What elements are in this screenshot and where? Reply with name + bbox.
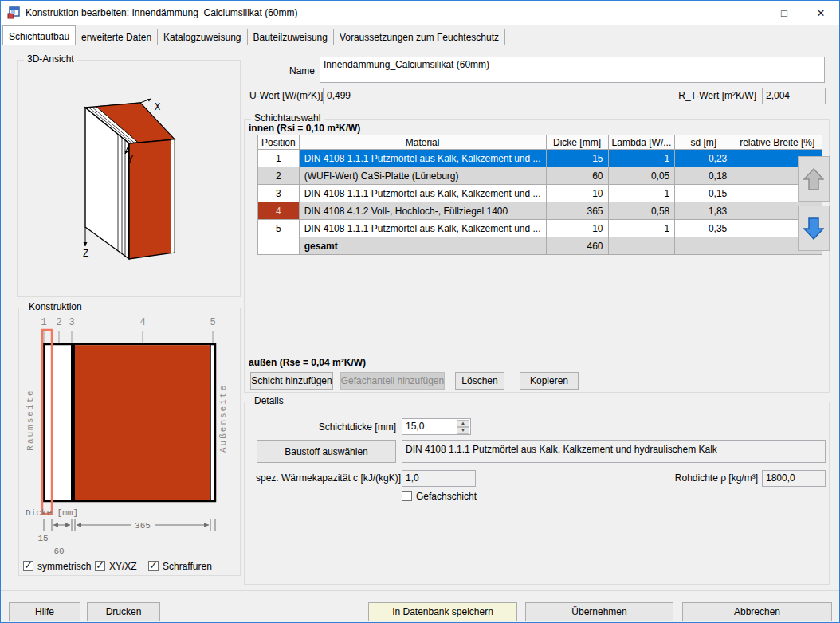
table-cell: 460 — [546, 237, 608, 255]
innen-rsi-label: innen (Rsi = 0,10 m²K/W) — [249, 123, 360, 134]
table-total-row: gesamt460 — [258, 237, 822, 255]
tab-schichtaufbau[interactable]: Schichtaufbau — [2, 25, 76, 45]
table-row[interactable]: 5DIN 4108 1.1.1 Putzmörtel aus Kalk, Kal… — [258, 220, 822, 237]
spinner-down-icon[interactable]: ▼ — [457, 427, 469, 434]
table-cell[interactable]: 1 — [608, 185, 675, 202]
gefachschicht-checkbox[interactable]: Gefachschicht — [402, 491, 477, 502]
material-display: DIN 4108 1.1.1 Putzmörtel aus Kalk, Kalk… — [402, 440, 826, 463]
close-button[interactable]: ✕ — [803, 1, 839, 25]
gefachschicht-label: Gefachschicht — [416, 491, 477, 502]
move-layer-down-button[interactable] — [798, 206, 830, 251]
spinner-up-icon[interactable]: ▲ — [457, 420, 469, 427]
name-label: Name — [264, 65, 315, 76]
column-header[interactable]: Dicke [mm] — [546, 135, 608, 150]
tab-katalogzuweisung[interactable]: Katalogzuweisung — [157, 29, 247, 45]
column-header[interactable]: Lambda [W/... — [608, 135, 675, 150]
table-cell[interactable]: 365 — [546, 202, 608, 220]
schichtdicke-input[interactable]: 15,0 ▲ ▼ — [402, 418, 471, 435]
apply-button[interactable]: Übernehmen — [525, 602, 673, 621]
table-row[interactable]: 1DIN 4108 1.1.1 Putzmörtel aus Kalk, Kal… — [258, 150, 822, 167]
schraffuren-checkbox-icon[interactable] — [148, 561, 159, 571]
layer-number-4: 4 — [139, 317, 145, 328]
table-cell[interactable]: 0,23 — [675, 150, 732, 167]
table-cell[interactable]: 0,18 — [675, 167, 732, 185]
checkbox-schraffuren[interactable]: Schraffuren — [148, 561, 212, 572]
aussen-rse-label: außen (Rse = 0,04 m²K/W) — [249, 357, 366, 368]
table-cell[interactable]: 10 — [546, 185, 608, 202]
checkbox-symmetrisch[interactable]: symmetrisch — [23, 561, 91, 572]
dialog-window: Konstruktion bearbeiten: Innendämmung_Ca… — [0, 0, 840, 623]
dim-365: 365 — [135, 521, 151, 531]
table-row[interactable]: 2(WUFI-Wert) CaSi-Platte (Lüneburg)600,0… — [258, 167, 822, 185]
name-input[interactable]: Innendämmung_Calciumsilikat (60mm) — [320, 57, 825, 83]
wall-3d-side-face — [129, 139, 175, 259]
position-cell[interactable]: 5 — [258, 220, 300, 237]
xyxz-checkbox-icon[interactable] — [95, 561, 105, 571]
u-wert-input[interactable]: 0,499 — [323, 88, 402, 104]
group-konstruktion-label: Konstruktion — [26, 301, 85, 312]
table-cell[interactable]: 15 — [546, 150, 608, 167]
save-to-database-button[interactable]: In Datenbank speichern — [368, 602, 517, 621]
table-cell — [608, 237, 675, 255]
table-cell[interactable]: 1 — [608, 150, 675, 167]
group-details-label: Details — [251, 395, 287, 406]
column-header[interactable]: Material — [299, 135, 546, 150]
position-cell[interactable]: 1 — [258, 150, 300, 167]
add-gefach-button[interactable]: Gefachanteil hinzufügen — [340, 372, 445, 390]
help-button[interactable]: Hilfe — [9, 602, 80, 621]
table-cell[interactable]: 0,15 — [675, 185, 732, 202]
column-header[interactable]: relative Breite [%] — [732, 135, 822, 150]
density-input[interactable]: 1800,0 — [762, 470, 826, 487]
table-row[interactable]: 4DIN 4108 4.1.2 Voll-, Hochloch-, Füllzi… — [258, 202, 822, 220]
wall-3d-outer-plaster — [171, 139, 175, 253]
schichtdicke-value: 15,0 — [406, 421, 424, 432]
table-cell[interactable]: (WUFI-Wert) CaSi-Platte (Lüneburg) — [299, 167, 546, 185]
wall-section-divider — [71, 344, 75, 501]
heat-capacity-label: spez. Wärmekapazität c [kJ/(kgK)] — [256, 472, 396, 484]
group-3d-ansicht-label: 3D-Ansicht — [24, 53, 77, 65]
table-cell[interactable]: DIN 4108 1.1.1 Putzmörtel aus Kalk, Kalk… — [299, 185, 546, 202]
table-cell[interactable]: 0,58 — [608, 202, 675, 220]
gefachschicht-checkbox-icon[interactable] — [402, 491, 412, 501]
column-header[interactable]: Position — [258, 135, 300, 150]
cancel-button[interactable]: Abbrechen — [682, 602, 832, 621]
table-cell[interactable]: DIN 4108 1.1.1 Putzmörtel aus Kalk, Kalk… — [299, 220, 546, 237]
copy-layer-button[interactable]: Kopieren — [520, 372, 579, 390]
table-cell[interactable]: DIN 4108 4.1.2 Voll-, Hochloch-, Füllzie… — [299, 202, 546, 220]
table-cell[interactable]: 60 — [546, 167, 608, 185]
tab-strip: Schichtaufbau erweiterte Daten Katalogzu… — [2, 25, 505, 45]
layer-number-2: 2 — [56, 317, 61, 328]
table-cell[interactable]: 10 — [546, 220, 608, 237]
construction-canvas: 1 2 3 4 5 Raumseite Außenseite Dicke [mm… — [19, 308, 240, 555]
table-cell[interactable]: 0,35 — [675, 220, 732, 237]
table-cell[interactable]: 1 — [608, 220, 675, 237]
axis-x-label: X — [155, 102, 160, 113]
move-layer-up-button[interactable] — [798, 156, 830, 202]
position-cell[interactable]: 4 — [258, 202, 300, 220]
raumseite-label: Raumseite — [26, 389, 35, 450]
baustoff-select-button[interactable]: Baustoff auswählen — [257, 440, 396, 463]
add-layer-button[interactable]: Schicht hinzufügen — [250, 372, 333, 390]
rt-wert-label: R_T-Wert [m²K/W] — [654, 90, 756, 101]
delete-layer-button[interactable]: Löschen — [455, 372, 504, 390]
print-button[interactable]: Drucken — [87, 602, 160, 621]
tab-bauteilzuweisung[interactable]: Bauteilzuweisung — [247, 29, 334, 45]
tab-erweiterte-daten[interactable]: erweiterte Daten — [75, 29, 158, 45]
dim-60: 60 — [53, 547, 64, 555]
symmetrisch-checkbox-icon[interactable] — [23, 561, 33, 571]
table-cell[interactable]: DIN 4108 1.1.1 Putzmörtel aus Kalk, Kalk… — [299, 150, 546, 167]
tab-voraussetzungen[interactable]: Voraussetzungen zum Feuchteschutz — [333, 29, 505, 45]
table-row[interactable]: 3DIN 4108 1.1.1 Putzmörtel aus Kalk, Kal… — [258, 185, 822, 202]
layer-number-5: 5 — [210, 317, 215, 328]
table-cell[interactable]: 1,83 — [675, 202, 732, 220]
rt-wert-input[interactable]: 2,004 — [762, 88, 826, 104]
minimize-button[interactable]: – — [729, 1, 766, 25]
checkbox-xyxz[interactable]: XY/XZ — [95, 561, 137, 572]
up-arrow-icon — [803, 167, 824, 191]
maximize-button[interactable]: □ — [766, 1, 803, 25]
heat-capacity-input[interactable]: 1,0 — [402, 470, 476, 487]
column-header[interactable]: sd [m] — [675, 135, 732, 150]
position-cell[interactable]: 3 — [258, 185, 300, 202]
position-cell[interactable]: 2 — [258, 167, 300, 185]
table-cell[interactable]: 0,05 — [608, 167, 675, 185]
